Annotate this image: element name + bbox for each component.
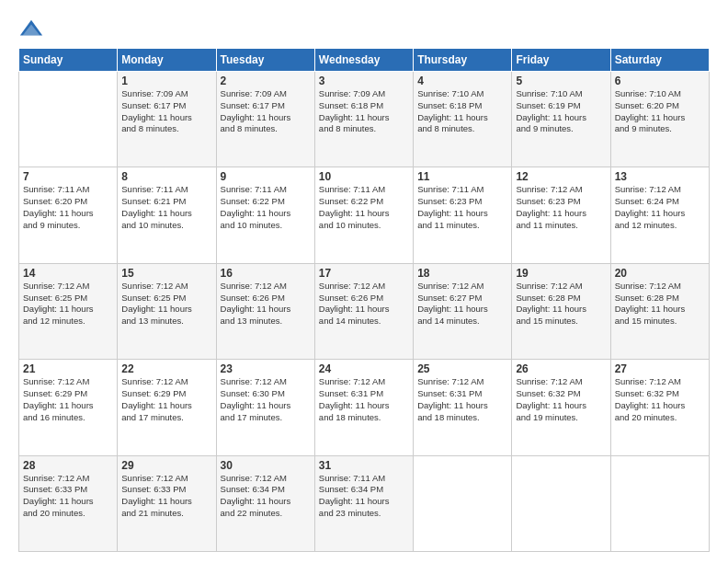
- page: SundayMondayTuesdayWednesdayThursdayFrid…: [0, 0, 728, 563]
- weekday-header-saturday: Saturday: [610, 49, 709, 72]
- day-info: Sunrise: 7:12 AM Sunset: 6:29 PM Dayligh…: [121, 376, 211, 423]
- day-number: 28: [23, 459, 113, 472]
- day-number: 12: [516, 170, 606, 183]
- calendar-cell: 17Sunrise: 7:12 AM Sunset: 6:26 PM Dayli…: [314, 263, 413, 359]
- calendar-cell: 3Sunrise: 7:09 AM Sunset: 6:18 PM Daylig…: [314, 72, 413, 167]
- day-number: 8: [121, 170, 211, 183]
- day-info: Sunrise: 7:09 AM Sunset: 6:17 PM Dayligh…: [221, 88, 311, 135]
- day-info: Sunrise: 7:12 AM Sunset: 6:24 PM Dayligh…: [615, 184, 705, 231]
- day-info: Sunrise: 7:12 AM Sunset: 6:32 PM Dayligh…: [615, 376, 705, 423]
- weekday-header-row: SundayMondayTuesdayWednesdayThursdayFrid…: [19, 49, 710, 72]
- day-info: Sunrise: 7:09 AM Sunset: 6:18 PM Dayligh…: [319, 88, 409, 135]
- calendar-week-row: 21Sunrise: 7:12 AM Sunset: 6:29 PM Dayli…: [19, 360, 710, 455]
- day-info: Sunrise: 7:10 AM Sunset: 6:19 PM Dayligh…: [516, 88, 606, 135]
- calendar-cell: 6Sunrise: 7:10 AM Sunset: 6:20 PM Daylig…: [610, 72, 709, 167]
- calendar-cell: 30Sunrise: 7:12 AM Sunset: 6:34 PM Dayli…: [216, 455, 314, 551]
- day-number: 13: [615, 170, 705, 183]
- day-number: 27: [615, 362, 705, 375]
- day-info: Sunrise: 7:12 AM Sunset: 6:29 PM Dayligh…: [23, 376, 113, 423]
- day-number: 14: [23, 267, 113, 280]
- calendar-cell: [610, 455, 709, 551]
- day-info: Sunrise: 7:12 AM Sunset: 6:25 PM Dayligh…: [121, 281, 211, 327]
- calendar-cell: 11Sunrise: 7:11 AM Sunset: 6:23 PM Dayli…: [414, 167, 512, 263]
- day-number: 19: [516, 267, 606, 280]
- weekday-header-monday: Monday: [118, 49, 216, 72]
- calendar-cell: [512, 455, 610, 551]
- calendar-cell: 1Sunrise: 7:09 AM Sunset: 6:17 PM Daylig…: [118, 72, 216, 167]
- calendar-cell: 25Sunrise: 7:12 AM Sunset: 6:31 PM Dayli…: [414, 360, 512, 455]
- day-number: 30: [221, 459, 311, 472]
- day-number: 2: [221, 75, 311, 87]
- calendar-cell: 10Sunrise: 7:11 AM Sunset: 6:22 PM Dayli…: [314, 167, 413, 263]
- calendar-cell: 4Sunrise: 7:10 AM Sunset: 6:18 PM Daylig…: [414, 72, 512, 167]
- day-number: 10: [319, 170, 409, 183]
- day-number: 17: [319, 267, 409, 280]
- calendar-cell: 12Sunrise: 7:12 AM Sunset: 6:23 PM Dayli…: [512, 167, 610, 263]
- day-info: Sunrise: 7:11 AM Sunset: 6:22 PM Dayligh…: [319, 184, 409, 231]
- calendar-cell: 14Sunrise: 7:12 AM Sunset: 6:25 PM Dayli…: [19, 263, 118, 359]
- calendar-cell: 26Sunrise: 7:12 AM Sunset: 6:32 PM Dayli…: [512, 360, 610, 455]
- day-number: 9: [221, 170, 311, 183]
- header: [18, 17, 710, 42]
- calendar-table: SundayMondayTuesdayWednesdayThursdayFrid…: [18, 48, 710, 552]
- day-info: Sunrise: 7:12 AM Sunset: 6:31 PM Dayligh…: [319, 376, 409, 423]
- day-number: 15: [121, 267, 211, 280]
- day-info: Sunrise: 7:12 AM Sunset: 6:28 PM Dayligh…: [615, 281, 705, 327]
- calendar-cell: 20Sunrise: 7:12 AM Sunset: 6:28 PM Dayli…: [610, 263, 709, 359]
- weekday-header-tuesday: Tuesday: [216, 49, 314, 72]
- day-info: Sunrise: 7:12 AM Sunset: 6:33 PM Dayligh…: [23, 473, 113, 520]
- calendar-week-row: 28Sunrise: 7:12 AM Sunset: 6:33 PM Dayli…: [19, 455, 710, 551]
- day-info: Sunrise: 7:11 AM Sunset: 6:22 PM Dayligh…: [221, 184, 311, 231]
- day-number: 1: [121, 75, 211, 87]
- logo: [18, 17, 47, 42]
- calendar-week-row: 1Sunrise: 7:09 AM Sunset: 6:17 PM Daylig…: [19, 72, 710, 167]
- day-info: Sunrise: 7:12 AM Sunset: 6:33 PM Dayligh…: [121, 473, 211, 520]
- calendar-cell: 5Sunrise: 7:10 AM Sunset: 6:19 PM Daylig…: [512, 72, 610, 167]
- calendar-cell: 24Sunrise: 7:12 AM Sunset: 6:31 PM Dayli…: [314, 360, 413, 455]
- day-info: Sunrise: 7:11 AM Sunset: 6:34 PM Dayligh…: [319, 473, 409, 520]
- calendar-cell: 29Sunrise: 7:12 AM Sunset: 6:33 PM Dayli…: [118, 455, 216, 551]
- calendar-cell: 8Sunrise: 7:11 AM Sunset: 6:21 PM Daylig…: [118, 167, 216, 263]
- day-info: Sunrise: 7:12 AM Sunset: 6:34 PM Dayligh…: [221, 473, 311, 520]
- day-number: 21: [23, 362, 113, 375]
- day-number: 23: [221, 362, 311, 375]
- calendar-cell: 18Sunrise: 7:12 AM Sunset: 6:27 PM Dayli…: [414, 263, 512, 359]
- day-info: Sunrise: 7:12 AM Sunset: 6:27 PM Dayligh…: [417, 281, 507, 327]
- calendar-cell: 19Sunrise: 7:12 AM Sunset: 6:28 PM Dayli…: [512, 263, 610, 359]
- day-number: 20: [615, 267, 705, 280]
- calendar-cell: 7Sunrise: 7:11 AM Sunset: 6:20 PM Daylig…: [19, 167, 118, 263]
- calendar-cell: 16Sunrise: 7:12 AM Sunset: 6:26 PM Dayli…: [216, 263, 314, 359]
- day-number: 3: [319, 75, 409, 87]
- calendar-cell: 31Sunrise: 7:11 AM Sunset: 6:34 PM Dayli…: [314, 455, 413, 551]
- day-info: Sunrise: 7:11 AM Sunset: 6:23 PM Dayligh…: [417, 184, 507, 231]
- calendar-cell: 27Sunrise: 7:12 AM Sunset: 6:32 PM Dayli…: [610, 360, 709, 455]
- day-info: Sunrise: 7:12 AM Sunset: 6:25 PM Dayligh…: [23, 281, 113, 327]
- day-number: 6: [615, 75, 705, 87]
- calendar-cell: [19, 72, 118, 167]
- calendar-cell: 2Sunrise: 7:09 AM Sunset: 6:17 PM Daylig…: [216, 72, 314, 167]
- calendar-week-row: 7Sunrise: 7:11 AM Sunset: 6:20 PM Daylig…: [19, 167, 710, 263]
- day-number: 18: [417, 267, 507, 280]
- day-info: Sunrise: 7:12 AM Sunset: 6:26 PM Dayligh…: [221, 281, 311, 327]
- day-info: Sunrise: 7:12 AM Sunset: 6:26 PM Dayligh…: [319, 281, 409, 327]
- day-info: Sunrise: 7:12 AM Sunset: 6:28 PM Dayligh…: [516, 281, 606, 327]
- day-number: 11: [417, 170, 507, 183]
- day-number: 25: [417, 362, 507, 375]
- calendar-cell: 28Sunrise: 7:12 AM Sunset: 6:33 PM Dayli…: [19, 455, 118, 551]
- calendar-cell: 13Sunrise: 7:12 AM Sunset: 6:24 PM Dayli…: [610, 167, 709, 263]
- calendar-cell: 23Sunrise: 7:12 AM Sunset: 6:30 PM Dayli…: [216, 360, 314, 455]
- day-number: 22: [121, 362, 211, 375]
- day-info: Sunrise: 7:11 AM Sunset: 6:20 PM Dayligh…: [23, 184, 113, 231]
- day-info: Sunrise: 7:11 AM Sunset: 6:21 PM Dayligh…: [121, 184, 211, 231]
- calendar-cell: 21Sunrise: 7:12 AM Sunset: 6:29 PM Dayli…: [19, 360, 118, 455]
- calendar-cell: 22Sunrise: 7:12 AM Sunset: 6:29 PM Dayli…: [118, 360, 216, 455]
- logo-icon: [18, 17, 44, 42]
- day-info: Sunrise: 7:10 AM Sunset: 6:20 PM Dayligh…: [615, 88, 705, 135]
- calendar-cell: [414, 455, 512, 551]
- day-info: Sunrise: 7:12 AM Sunset: 6:32 PM Dayligh…: [516, 376, 606, 423]
- weekday-header-thursday: Thursday: [414, 49, 512, 72]
- day-info: Sunrise: 7:12 AM Sunset: 6:31 PM Dayligh…: [417, 376, 507, 423]
- weekday-header-sunday: Sunday: [19, 49, 118, 72]
- day-number: 16: [221, 267, 311, 280]
- day-number: 7: [23, 170, 113, 183]
